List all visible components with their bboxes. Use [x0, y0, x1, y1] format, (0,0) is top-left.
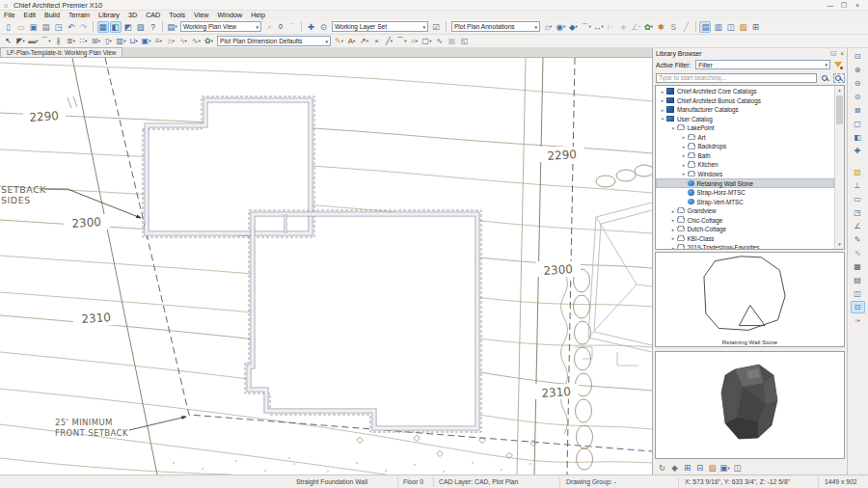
appliance-button[interactable]: ▣▾	[141, 36, 152, 47]
dimension-defaults-combo[interactable]: Plot Plan Dimension Defaults▾	[217, 36, 331, 46]
cad-arc-button[interactable]: ⌒▾	[396, 36, 408, 47]
tree-item-strap-vert-mtsc[interactable]: Strap-Vert-MTSC	[656, 197, 834, 206]
tree-expander-icon[interactable]: ▸	[680, 171, 688, 176]
toolbar-customize-button[interactable]: ⊞	[749, 21, 761, 33]
tree-item-manufacturer-catalogs[interactable]: ▸Manufacturer Catalogs	[656, 105, 834, 115]
tree-item-bath[interactable]: ▸Bath	[656, 151, 834, 161]
edit-area-visible-button[interactable]: ✎	[851, 233, 865, 246]
menu-help[interactable]: Help	[251, 11, 265, 19]
color-chooser-button[interactable]: ▫▾	[851, 314, 865, 327]
three-d-view-button[interactable]: ⌂▾	[542, 21, 554, 33]
edit-area-button[interactable]: ∠	[851, 220, 865, 232]
pan-button[interactable]: ✚	[305, 21, 316, 33]
search-icon[interactable]	[818, 72, 830, 83]
project-browser-button[interactable]: ▥	[712, 21, 723, 33]
stairs-button[interactable]: ≡▾	[153, 36, 165, 47]
menu-library[interactable]: Library	[98, 11, 120, 19]
tree-expander-icon[interactable]: ▸	[669, 227, 677, 232]
undo-zoom-button[interactable]: ⊙	[851, 91, 865, 103]
select-objects-button[interactable]: ↖	[3, 36, 14, 47]
break-wall-button[interactable]: ∦	[53, 36, 65, 47]
cad-spline-button[interactable]: ∿	[434, 36, 446, 47]
view-to-cad-button[interactable]: ◧	[851, 131, 865, 144]
folder-view-button[interactable]: ▧	[707, 462, 719, 474]
refresh-library-button[interactable]: ↻	[657, 462, 668, 474]
pan-window-button[interactable]: ✚	[851, 145, 865, 157]
tree-expander-icon[interactable]: ▸	[669, 235, 677, 241]
menu-file[interactable]: File	[4, 11, 15, 19]
elevation-view-button[interactable]: ◧	[110, 21, 122, 33]
text-button[interactable]: A▾	[346, 36, 358, 47]
tree-expander-icon[interactable]: ▸	[680, 162, 688, 168]
zoom-preview-button[interactable]: ⊡	[851, 301, 865, 313]
dock-icon[interactable]: ◱	[830, 49, 836, 57]
door-button[interactable]: ▯▾	[103, 36, 115, 47]
library-2d-preview[interactable]: Retaining Wall Stone	[655, 252, 845, 347]
menu-terrain[interactable]: Terrain	[68, 11, 90, 19]
cad-circle-button[interactable]: ○▾	[409, 36, 420, 47]
saved-plan-views-button[interactable]: ▤▾	[167, 21, 178, 33]
menu-edit[interactable]: Edit	[24, 11, 36, 19]
grid-snaps-button[interactable]: ▦	[851, 260, 865, 273]
tree-expander-icon[interactable]: ▾	[659, 116, 666, 122]
tree-item-art[interactable]: ▸Art	[656, 133, 834, 143]
railing-button[interactable]: ≣▾	[66, 36, 77, 47]
straight-wall-button[interactable]: ▬▾	[28, 36, 40, 47]
tree-expander-icon[interactable]: ▸	[669, 245, 677, 250]
plan-canvas[interactable]: 2290 2290 2300 2300 2310 2310 SETBACK SI…	[0, 58, 652, 474]
scroll-down-icon[interactable]: ▼	[835, 240, 844, 249]
tree-item-backdrops[interactable]: ▸Backdrops	[656, 142, 834, 151]
menu-cad[interactable]: CAD	[146, 11, 160, 19]
save-plan-button[interactable]: ▣	[28, 21, 40, 33]
tree-item-lakepoint[interactable]: ▾LakePoint	[656, 123, 834, 133]
menu-build[interactable]: Build	[44, 11, 60, 19]
materials-list-button[interactable]: ▨	[135, 21, 147, 33]
fill-window-button[interactable]: ⊠	[851, 104, 865, 117]
spline-sidebar-button[interactable]: ∿	[851, 247, 865, 259]
preview-3d-button[interactable]: ◆	[669, 462, 681, 474]
menu-tools[interactable]: Tools	[169, 11, 185, 19]
electrical-button[interactable]: ϟ▾	[178, 36, 190, 47]
menu-window[interactable]: Window	[218, 11, 243, 19]
angular-dimension-button[interactable]: ∠▾	[630, 21, 641, 33]
foundation-outline[interactable]	[143, 96, 481, 432]
tree-item-kitchen[interactable]: ▸Kitchen	[656, 160, 834, 170]
tree-item-strap-horz-mtsc[interactable]: Strap-Horz-MTSC	[656, 188, 834, 198]
window-button[interactable]: ⊞▾	[91, 36, 102, 47]
library-search-input[interactable]	[656, 73, 817, 83]
tree-expander-icon[interactable]: ▸	[659, 89, 666, 95]
tree-item-windows[interactable]: ▸Windows	[656, 170, 834, 179]
arc-tool-button[interactable]: ⌒▾	[580, 21, 591, 33]
angle-snaps-button[interactable]: ◫	[851, 287, 865, 300]
fixture-button[interactable]: ⊔▾	[128, 36, 140, 47]
object-snaps-button[interactable]: ▤	[851, 274, 865, 286]
print-button[interactable]: ▤	[41, 21, 52, 33]
tree-expander-icon[interactable]: ▸	[680, 144, 688, 149]
tile-horizontal-button[interactable]: ⊟	[694, 462, 706, 474]
menu-view[interactable]: View	[194, 11, 208, 19]
library-browser-button[interactable]: ▤	[699, 21, 711, 33]
zoom-selected-button[interactable]: ⊡	[851, 50, 865, 63]
search-options-icon[interactable]	[831, 72, 844, 83]
layer-display-options-button[interactable]: ☑	[430, 21, 442, 33]
edit-defaults-button[interactable]: ✎▾	[334, 36, 345, 47]
tile-vertical-button[interactable]: ⊞	[682, 462, 693, 474]
tree-expander-icon[interactable]: ▸	[669, 208, 677, 214]
plant-button[interactable]: ✿▾	[203, 36, 215, 47]
tree-expander-icon[interactable]: ▸	[659, 97, 666, 103]
undo-button[interactable]: ↶	[66, 21, 77, 33]
zoom-in-button[interactable]: ⊕	[851, 64, 865, 76]
render-view-button[interactable]: ◆▾	[567, 21, 579, 33]
panel-close-icon[interactable]: ×	[840, 50, 844, 57]
tab-working-plan-view[interactable]: LP-Plan-Template-b: Working Plan View	[0, 47, 122, 57]
redo-button[interactable]: ↷	[78, 21, 90, 33]
sticky-tools-button[interactable]: ◤▾	[15, 36, 27, 47]
plan-view-combo[interactable]: Working Plan View▾	[180, 21, 261, 32]
roof-button[interactable]: ⌂▾	[166, 36, 177, 47]
auto-dimension-button[interactable]: ⊢	[605, 21, 616, 33]
tree-expander-icon[interactable]: ▸	[669, 217, 677, 223]
tree-expander-icon[interactable]: ▸	[680, 152, 688, 158]
filter-combo[interactable]: Filter▾	[695, 60, 830, 69]
library-3d-preview[interactable]	[655, 351, 845, 459]
tree-item-chief-architect-core-catalogs[interactable]: ▸Chief Architect Core Catalogs	[656, 87, 834, 96]
